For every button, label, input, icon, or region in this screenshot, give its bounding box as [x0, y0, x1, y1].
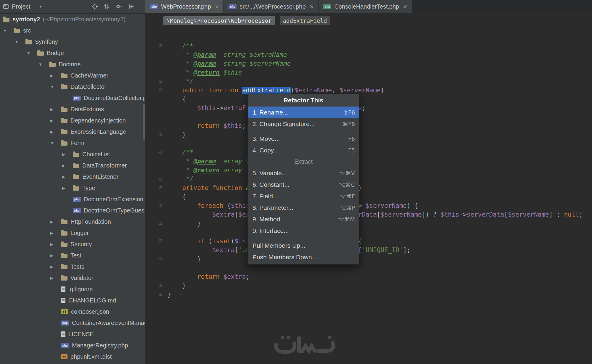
chevron-collapsed-icon[interactable]: ▶: [62, 163, 73, 168]
code-line[interactable]: private function appendExtraFields(array…: [145, 183, 592, 192]
chevron-collapsed-icon[interactable]: ▶: [50, 231, 61, 235]
code-line[interactable]: }: [145, 219, 592, 228]
chevron-expanded-icon[interactable]: ▼: [27, 51, 37, 55]
chevron-collapsed-icon[interactable]: ▶: [50, 118, 61, 123]
tree-item[interactable]: ▼Bridge: [0, 47, 145, 59]
tree-item[interactable]: phpDoctrineDataCollector.php: [0, 92, 145, 104]
code-line[interactable]: * @param string $extraName: [145, 50, 592, 59]
code-line[interactable]: [145, 263, 592, 272]
code-line[interactable]: }: [145, 290, 592, 299]
chevron-collapsed-icon[interactable]: ▶: [50, 242, 61, 247]
breadcrumb-member[interactable]: addExtraField: [280, 16, 330, 25]
tree-item[interactable]: ▶Tests: [0, 261, 145, 272]
code-line[interactable]: * @return $this: [145, 68, 592, 77]
code-line[interactable]: [145, 228, 592, 237]
menu-item[interactable]: 5. Variable...⌥⌘V: [248, 167, 359, 179]
fold-marker-icon[interactable]: [158, 133, 162, 136]
tree-item[interactable]: phpContainerAwareEventManager.php: [0, 317, 145, 328]
close-tab-icon[interactable]: ×: [403, 4, 407, 10]
editor-tab[interactable]: phpWebProcessor.php×: [145, 0, 224, 13]
code-line[interactable]: /**: [145, 148, 592, 157]
fold-marker-icon[interactable]: [158, 292, 162, 296]
menu-item[interactable]: Push Members Down...: [248, 251, 359, 263]
tree-item[interactable]: .gitignore: [0, 284, 145, 295]
tree-item[interactable]: <>phpunit.xml.dist: [0, 351, 145, 362]
code-line[interactable]: foreach ($this->extraFields as $extraNam…: [145, 201, 592, 210]
menu-item[interactable]: 9. Method...⌥⌘M: [248, 213, 359, 225]
tree-item[interactable]: ▶ExpressionLanguage: [0, 126, 145, 137]
fold-marker-icon[interactable]: [158, 221, 162, 225]
code-line[interactable]: return $this;: [145, 121, 592, 130]
menu-item[interactable]: 6. Constant...⌥⌘C: [248, 179, 359, 190]
code-area[interactable]: /** * @param string $extraName * @param …: [145, 41, 592, 364]
code-line[interactable]: */: [145, 77, 592, 86]
tree-item[interactable]: ▶DataFixtures: [0, 104, 145, 115]
tree-item[interactable]: phpDoctrineOrmTypeGuesser.php: [0, 205, 145, 216]
fold-marker-icon[interactable]: [158, 284, 162, 287]
code-line[interactable]: {: [145, 95, 592, 104]
code-line[interactable]: * @return array: [145, 166, 592, 175]
chevron-collapsed-icon[interactable]: ▶: [50, 265, 61, 269]
editor-pane[interactable]: \Monolog\Processor\WebProcessor addExtra…: [145, 13, 592, 364]
tree-item[interactable]: ▶Security: [0, 239, 145, 250]
code-line[interactable]: }: [145, 281, 592, 290]
menu-item[interactable]: Pull Members Up...: [248, 240, 359, 251]
menu-item[interactable]: 4. Copy...F5: [248, 144, 359, 156]
menu-item[interactable]: 0. Interface...: [248, 225, 359, 236]
chevron-collapsed-icon[interactable]: ▶: [62, 186, 73, 190]
chevron-collapsed-icon[interactable]: ▶: [50, 107, 61, 112]
editor-tab[interactable]: phpsrc/.../WebProcessor.php×: [224, 0, 318, 13]
tree-item[interactable]: ▶Validator: [0, 272, 145, 284]
tree-item[interactable]: phpManagerRegistry.php: [0, 340, 145, 351]
chevron-expanded-icon[interactable]: ▼: [38, 62, 49, 67]
menu-item[interactable]: 7. Field...⌥⌘F: [248, 190, 359, 202]
code-line[interactable]: }: [145, 130, 592, 139]
chevron-collapsed-icon[interactable]: ▶: [50, 276, 61, 280]
code-line[interactable]: public function addExtraField($extraName…: [145, 86, 592, 95]
chevron-collapsed-icon[interactable]: ▶: [50, 130, 61, 134]
editor-tab[interactable]: phpConsoleHandlerTest.php×: [318, 0, 412, 13]
code-line[interactable]: $extra['unique_id'] = $this->serverData[…: [145, 246, 592, 255]
tree-item[interactable]: ▶EventListener: [0, 171, 145, 182]
menu-item[interactable]: 1. Rename...⇧F6: [248, 107, 359, 118]
chevron-expanded-icon[interactable]: ▼: [3, 28, 14, 33]
tree-scrollbar-thumb[interactable]: [143, 104, 145, 140]
code-line[interactable]: [145, 112, 592, 121]
chevron-expanded-icon[interactable]: ▼: [50, 85, 61, 89]
breadcrumb-class[interactable]: \Monolog\Processor\WebProcessor: [163, 16, 275, 25]
project-selector-label[interactable]: Project: [12, 3, 30, 10]
code-line[interactable]: $extra[$extraName] = isset($this->server…: [145, 210, 592, 219]
tree-item[interactable]: ▶Type: [0, 182, 145, 194]
code-line[interactable]: return $extra;: [145, 272, 592, 281]
fold-marker-icon[interactable]: [158, 88, 162, 92]
code-line[interactable]: [145, 139, 592, 148]
tree-item[interactable]: ▼Doctrine: [0, 59, 145, 70]
chevron-down-icon[interactable]: ▾: [40, 4, 42, 9]
settings-gear-icon[interactable]: [115, 3, 123, 10]
locate-icon[interactable]: [91, 3, 98, 10]
tree-item[interactable]: ▶ChoiceList: [0, 149, 145, 160]
fold-marker-icon[interactable]: [158, 44, 162, 48]
chevron-expanded-icon[interactable]: ▼: [15, 40, 25, 44]
tree-item[interactable]: {}composer.json: [0, 306, 145, 317]
tree-item[interactable]: LICENSE: [0, 328, 145, 340]
tree-item[interactable]: ▶HttpFoundation: [0, 216, 145, 227]
code-line[interactable]: /**: [145, 41, 592, 50]
fold-marker-icon[interactable]: [158, 150, 162, 154]
tree-item[interactable]: ▼Symfony: [0, 36, 145, 47]
tree-item[interactable]: phpDoctrineOrmExtension.php: [0, 194, 145, 205]
chevron-collapsed-icon[interactable]: ▶: [62, 152, 73, 157]
chevron-expanded-icon[interactable]: ▼: [50, 141, 61, 145]
code-line[interactable]: }: [145, 255, 592, 263]
menu-item[interactable]: 2. Change Signature...⌘F6: [248, 118, 359, 130]
code-line[interactable]: $this->extraFields[$extraName] = $server…: [145, 104, 592, 112]
tree-item[interactable]: ▼src: [0, 25, 145, 36]
fold-marker-icon[interactable]: [158, 186, 162, 190]
fold-marker-icon[interactable]: [158, 239, 162, 243]
tree-item[interactable]: ▶Test: [0, 250, 145, 261]
fold-marker-icon[interactable]: [158, 257, 162, 261]
code-line[interactable]: if (isset($this->serverData['UNIQUE_ID']…: [145, 237, 592, 246]
tree-item[interactable]: ▶Logger: [0, 227, 145, 239]
fold-marker-icon[interactable]: [158, 79, 162, 83]
sort-icon[interactable]: [103, 3, 110, 10]
